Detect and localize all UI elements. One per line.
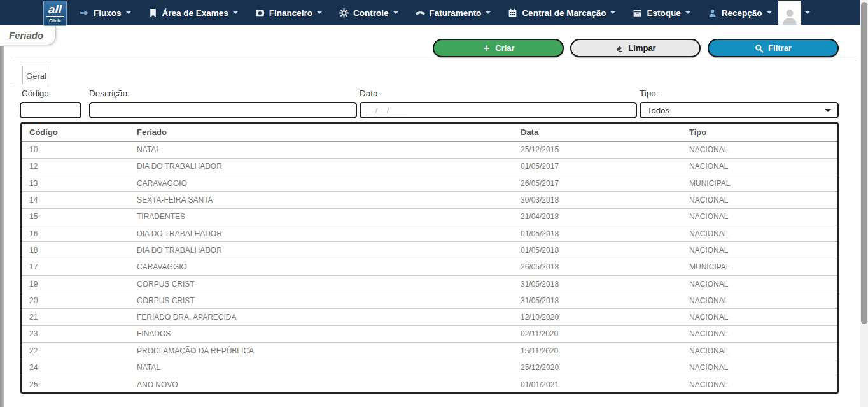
cell-data: 26/05/2018 <box>513 259 682 275</box>
table-row[interactable]: 15 TIRADENTES 21/04/2018 NACIONAL <box>22 208 837 225</box>
cell-feriado: PROCLAMAÇÃO DA REPÚBLICA <box>129 343 513 359</box>
menu-item-faturamento[interactable]: Faturamento <box>416 8 491 18</box>
chevron-down-icon <box>767 11 772 14</box>
table-row[interactable]: 20 CORPUS CRIST 31/05/2018 NACIONAL <box>22 292 837 309</box>
table-row[interactable]: 10 NATAL 25/12/2015 NACIONAL <box>22 141 837 158</box>
tipo-label: Tipo: <box>640 89 659 98</box>
chevron-down-icon <box>233 11 238 14</box>
tab-underline <box>13 85 22 85</box>
cell-codigo: 15 <box>22 208 129 225</box>
cell-tipo: MUNICIPAL <box>682 175 837 192</box>
scrollbar-thumb[interactable] <box>861 2 867 324</box>
column-header-feriado: Feriado <box>129 124 513 141</box>
table-row[interactable]: 14 SEXTA-FEIRA SANTA 30/03/2018 NACIONAL <box>22 192 837 208</box>
chevron-down-icon <box>486 11 491 14</box>
table-row[interactable]: 25 ANO NOVO 01/01/2021 NACIONAL <box>22 376 837 392</box>
chevron-down-icon <box>317 11 322 14</box>
column-header-data: Data <box>513 124 682 141</box>
table-row[interactable]: 23 FINADOS 02/11/2020 NACIONAL <box>22 325 837 342</box>
create-button-label: Criar <box>495 43 514 53</box>
menu-item-controle[interactable]: Controle <box>339 8 398 18</box>
arrow-right-icon <box>80 8 89 18</box>
tipo-select[interactable]: Todos <box>640 102 839 118</box>
cell-feriado: DIA DO TRABALHADOR <box>129 158 513 175</box>
cell-feriado: NATAL <box>129 141 513 158</box>
cell-data: 26/05/2017 <box>513 175 682 192</box>
table-row[interactable]: 18 DIA DO TRABALHADOR 01/05/2018 NACIONA… <box>22 242 837 259</box>
tipo-select-value: Todos <box>647 106 669 115</box>
cell-data: 15/11/2020 <box>513 343 682 359</box>
cell-tipo: NACIONAL <box>682 325 837 342</box>
menu-item-area-de-exames[interactable]: Área de Exames <box>148 8 238 18</box>
table-row[interactable]: 13 CARAVAGGIO 26/05/2017 MUNICIPAL <box>22 175 837 192</box>
table-row[interactable]: 19 CORPUS CRIST 31/05/2018 NACIONAL <box>22 275 837 292</box>
cell-codigo: 13 <box>22 175 129 192</box>
menu-item-financeiro[interactable]: Financeiro <box>255 8 322 18</box>
table-row[interactable]: 12 DIA DO TRABALHADOR 01/05/2017 NACIONA… <box>22 158 837 175</box>
page-title: Feriado <box>9 30 43 41</box>
menu-item-estoque[interactable]: Estoque <box>633 8 690 18</box>
create-button[interactable]: + Criar <box>433 39 564 57</box>
cell-tipo: NACIONAL <box>682 242 837 259</box>
toolbar-divider <box>13 61 857 61</box>
cell-feriado: TIRADENTES <box>129 208 513 225</box>
user-menu[interactable] <box>778 0 810 25</box>
filter-button[interactable]: Filtrar <box>708 39 839 57</box>
menu-item-recepcao[interactable]: Recepção <box>708 8 772 18</box>
menu-item-central-de-marcacao[interactable]: Central de Marcação <box>508 8 615 18</box>
cell-feriado: DIA DO TRABALHADOR <box>129 242 513 259</box>
table-row[interactable]: 21 FERIADO DRA. APARECIDA 12/10/2020 NAC… <box>22 309 837 325</box>
chevron-down-icon <box>610 11 615 14</box>
cell-data: 02/11/2020 <box>513 325 682 342</box>
cell-tipo: NACIONAL <box>682 343 837 359</box>
vertical-scrollbar[interactable] <box>860 0 868 407</box>
table-row[interactable]: 24 NATAL 25/12/2020 NACIONAL <box>22 359 837 376</box>
cell-data: 01/05/2018 <box>513 225 682 241</box>
cell-data: 21/04/2018 <box>513 208 682 225</box>
cell-feriado: CARAVAGGIO <box>129 175 513 192</box>
cell-feriado: ANO NOVO <box>129 376 513 392</box>
cell-tipo: NACIONAL <box>682 309 837 325</box>
table-row[interactable]: 17 CARAVAGGIO 26/05/2018 MUNICIPAL <box>22 259 837 275</box>
data-label: Data: <box>360 89 380 98</box>
cell-tipo: NACIONAL <box>682 158 837 175</box>
data-input[interactable] <box>360 102 637 118</box>
left-edge-strip <box>0 46 4 407</box>
calendar-icon <box>508 8 517 18</box>
cell-data: 01/05/2018 <box>513 242 682 259</box>
eraser-icon <box>615 44 624 53</box>
cell-tipo: NACIONAL <box>682 292 837 309</box>
codigo-input[interactable] <box>20 102 81 118</box>
money-icon <box>255 8 265 18</box>
cell-feriado: FERIADO DRA. APARECIDA <box>129 309 513 325</box>
chevron-down-icon <box>126 11 131 14</box>
cell-codigo: 23 <box>22 325 129 342</box>
clear-button[interactable]: Limpar <box>570 39 701 57</box>
chevron-down-icon <box>825 109 831 112</box>
clear-button-label: Limpar <box>628 43 655 53</box>
tab-geral-label: Geral <box>26 71 46 81</box>
descricao-input[interactable] <box>89 102 357 118</box>
cell-feriado: SEXTA-FEIRA SANTA <box>129 192 513 208</box>
app-logo[interactable]: all Clinic <box>43 1 67 26</box>
cell-tipo: NACIONAL <box>682 141 837 158</box>
cell-codigo: 25 <box>22 376 129 392</box>
table-row[interactable]: 22 PROCLAMAÇÃO DA REPÚBLICA 15/11/2020 N… <box>22 343 837 359</box>
cell-codigo: 24 <box>22 359 129 376</box>
menu-item-fluxos[interactable]: Fluxos <box>80 8 131 18</box>
cell-feriado: CORPUS CRIST <box>129 292 513 309</box>
cell-codigo: 12 <box>22 158 129 175</box>
cell-tipo: NACIONAL <box>682 359 837 376</box>
cell-codigo: 18 <box>22 242 129 259</box>
cell-codigo: 21 <box>22 309 129 325</box>
codigo-label: Código: <box>22 89 52 98</box>
page-title-tab: Feriado <box>0 25 56 45</box>
cell-feriado: DIA DO TRABALHADOR <box>129 225 513 241</box>
table-row[interactable]: 16 DIA DO TRABALHADOR 01/05/2018 NACIONA… <box>22 225 837 241</box>
cell-tipo: NACIONAL <box>682 208 837 225</box>
cell-tipo: NACIONAL <box>682 225 837 241</box>
cell-tipo: NACIONAL <box>682 376 837 392</box>
cell-feriado: CARAVAGGIO <box>129 259 513 275</box>
tab-geral[interactable]: Geral <box>22 66 50 85</box>
cell-codigo: 17 <box>22 259 129 275</box>
